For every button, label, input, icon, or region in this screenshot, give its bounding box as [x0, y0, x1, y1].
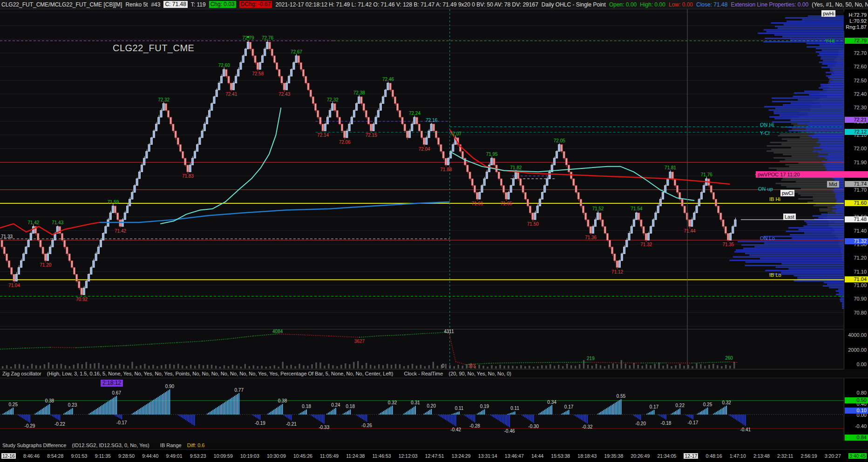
clock-study-name: Clock - RealTime	[404, 371, 443, 376]
oscillator-axis-highlight: 0.10	[845, 408, 868, 414]
svg-text:-0.17: -0.17	[688, 420, 698, 425]
svg-text:0.25: 0.25	[9, 402, 18, 407]
svg-text:0.34: 0.34	[547, 400, 556, 405]
time-tick: 9:53:23	[190, 453, 206, 459]
svg-text:-0.32: -0.32	[582, 424, 593, 429]
svg-text:72.58: 72.58	[252, 71, 264, 76]
svg-text:71.81: 71.81	[665, 165, 676, 170]
time-tick: 20:26:49	[631, 453, 650, 459]
time-tick: 13:31:14	[478, 453, 497, 459]
price-axis-highlight: 71.60	[845, 200, 868, 206]
svg-text:72.15: 72.15	[366, 133, 377, 138]
svg-text:70.92: 70.92	[76, 297, 88, 302]
price-tick: 71.20	[854, 255, 867, 261]
svg-text:71.50: 71.50	[527, 221, 539, 227]
time-tick: 9:28:50	[118, 453, 135, 459]
time-tick: 12:12:03	[399, 453, 418, 459]
daily-ohlc-study-label: Daily OHLC - Single Point	[542, 1, 606, 8]
oscillator-axis[interactable]: 0.800.400.00-0.40-0.800.500.100.84	[844, 378, 868, 441]
price-tick: 71.70	[854, 187, 867, 193]
vwap-line	[100, 202, 450, 222]
time-tick: 19:35:38	[604, 453, 623, 459]
date-tick: 12-17	[684, 453, 698, 459]
svg-text:72.04: 72.04	[419, 147, 430, 152]
cumulative-delta-line	[0, 332, 739, 364]
time-tick: 9:49:01	[166, 453, 182, 459]
price-tick: 72.70	[854, 50, 867, 56]
svg-text:4311: 4311	[444, 329, 454, 334]
trades-label: T: 119	[191, 1, 206, 8]
time-tick: 3:20:27	[825, 453, 841, 459]
zigzag-oscillator-panel[interactable]: 0.25-0.290.38-0.220.230.67-0.170.900.77-…	[0, 378, 844, 442]
time-tick: 0:48:16	[706, 453, 722, 459]
svg-text:-0.19: -0.19	[255, 421, 265, 426]
svg-text:71.61: 71.61	[472, 201, 483, 206]
svg-text:72.24: 72.24	[409, 111, 420, 116]
oscillator-labels: 0.25-0.290.38-0.220.230.67-0.170.900.77-…	[9, 384, 751, 434]
delta-tick: 2000.00	[848, 347, 867, 353]
low-value: Low: 0.00	[669, 1, 693, 8]
slow-ma-left	[0, 222, 100, 234]
svg-text:72.32: 72.32	[327, 97, 339, 102]
time-tick: 10:45:26	[293, 453, 312, 459]
open-value: Open: 0.00	[609, 1, 637, 8]
chart-symbol-watermark: CLG22_FUT_CME	[113, 43, 194, 54]
difference-study-params: (ID12.SG2, ID12.SG3, 0, No, Yes)	[72, 442, 149, 448]
svg-text:-0.28: -0.28	[469, 423, 480, 429]
close-value: Close: 71.48	[696, 1, 727, 8]
oscillator-tick: 0.80	[857, 390, 867, 395]
session-low-value: L:70.92	[846, 18, 867, 24]
svg-text:71.35: 71.35	[722, 242, 734, 247]
price-axis-highlight: 71.04	[845, 276, 868, 282]
cumulative-delta-panel[interactable]: 4084362743110-103219260	[0, 329, 844, 369]
svg-text:0.25: 0.25	[703, 402, 712, 407]
time-tick: 9:11:35	[95, 453, 111, 459]
delta-canvas[interactable]: 4084362743110-103219260	[0, 329, 844, 369]
delta-axis[interactable]: 4000.002000.000.00	[844, 329, 868, 369]
svg-text:4084: 4084	[272, 329, 283, 334]
time-tick: 2:32:11	[777, 453, 793, 459]
svg-text:72.41: 72.41	[225, 92, 237, 97]
time-tick: 11:05:49	[320, 453, 339, 459]
svg-text:72.43: 72.43	[278, 92, 290, 97]
time-tick: 14:44	[531, 453, 543, 459]
ib-range-diff-value: Diff: 0.6	[187, 442, 205, 448]
price-axis-highlight: 71.74	[845, 181, 868, 187]
svg-text:-0.17: -0.17	[116, 420, 127, 425]
price-tick: 71.80	[854, 173, 867, 179]
time-tick: 10:30:09	[267, 453, 286, 459]
svg-text:71.83: 71.83	[182, 174, 194, 179]
time-tick: 11:24:38	[346, 453, 365, 459]
price-tick: 72.30	[854, 105, 867, 110]
session-range-value: Rng:1.87	[846, 24, 867, 30]
renko-chart-canvas[interactable]: 71.3371.0471.4271.2071.4370.9271.5971.42…	[0, 9, 844, 329]
svg-text:71.44: 71.44	[684, 228, 696, 234]
svg-text:72.14: 72.14	[317, 133, 329, 138]
svg-text:72.16: 72.16	[426, 118, 437, 123]
current-bar-time-tick: 3:40:45	[848, 453, 867, 459]
time-tick: 13:24:29	[452, 453, 471, 459]
svg-text:-0.33: -0.33	[319, 425, 329, 430]
svg-text:-103: -103	[466, 363, 475, 368]
price-tick: 72.00	[854, 146, 867, 151]
oscillator-canvas[interactable]: 0.25-0.290.38-0.220.230.67-0.170.900.77-…	[0, 378, 844, 441]
clock-readout: 2:18:12	[101, 380, 123, 387]
time-tick: 21:34:05	[657, 453, 676, 459]
time-tick: 18:18:43	[577, 453, 597, 459]
oscillator-axis-highlight: 0.50	[845, 397, 868, 403]
svg-text:260: 260	[725, 355, 733, 361]
time-tick: 8:54:28	[47, 453, 63, 459]
session-high-value: H:72.79	[846, 12, 867, 18]
time-axis[interactable]: 12-168:46:468:54:289:01:539:11:359:28:50…	[0, 449, 868, 462]
svg-text:72.67: 72.67	[291, 49, 302, 54]
price-chart-panel[interactable]: 71.3371.0471.4271.2071.4370.9271.5971.42…	[0, 9, 844, 329]
svg-text:72.07: 72.07	[450, 131, 461, 136]
zigzag-study-name: Zig Zag oscillator	[2, 371, 41, 376]
price-axis[interactable]: H:72.79 L:70.92 Rng:1.87 70.8070.9071.00…	[844, 9, 868, 329]
svg-text:71.04: 71.04	[8, 283, 20, 288]
svg-text:72.05: 72.05	[554, 138, 565, 143]
title-bar: CLG22_FUT_CME/MCLG22_FUT_CME [CB][M] Ren…	[0, 0, 868, 9]
time-tick: 10:09:59	[214, 453, 233, 459]
oscillator-tick: -0.40	[855, 423, 867, 429]
svg-text:0.18: 0.18	[302, 404, 311, 409]
